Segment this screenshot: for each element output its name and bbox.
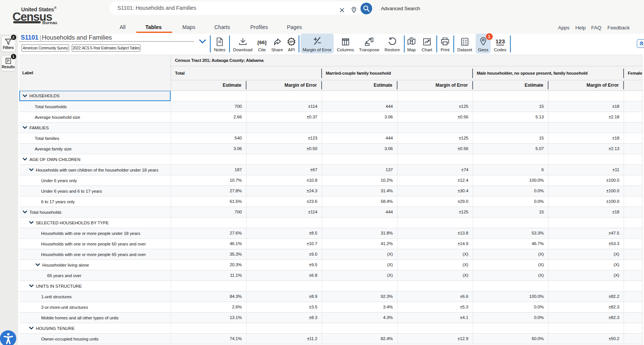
svg-text:123: 123 <box>495 38 505 44</box>
svg-text:[66]: [66] <box>257 40 267 45</box>
svg-text:API: API <box>289 40 294 43</box>
